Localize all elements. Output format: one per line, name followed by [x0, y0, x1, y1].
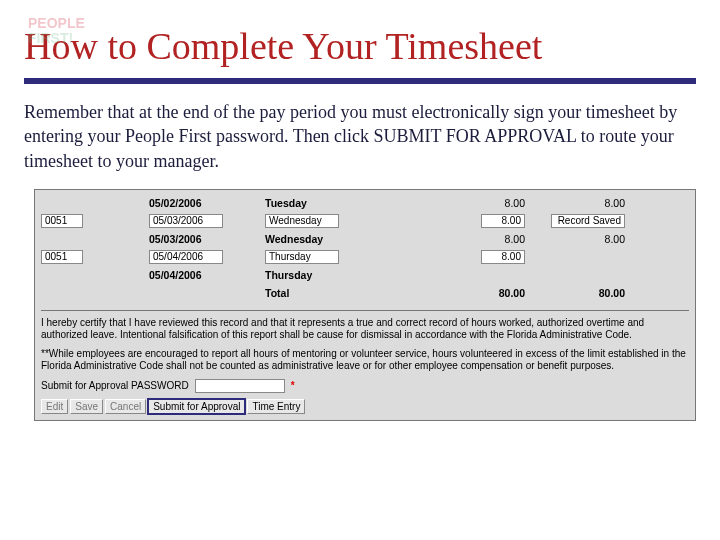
hours-input[interactable]: 8.00 — [481, 214, 525, 228]
hours-col1: 8.00 — [375, 233, 535, 245]
submit-for-approval-button[interactable]: Submit for Approval — [148, 399, 245, 414]
date-label: 05/04/2006 — [149, 269, 249, 281]
total-col2: 80.00 — [535, 287, 625, 299]
slide: How to Complete Your Timesheet Remember … — [0, 0, 720, 173]
password-row: Submit for Approval PASSWORD * — [41, 379, 689, 393]
code-input[interactable]: 0051 — [41, 250, 83, 264]
status-text: Record Saved — [551, 214, 625, 228]
time-entry-button[interactable]: Time Entry — [247, 399, 305, 414]
day-input[interactable]: Thursday — [265, 250, 339, 264]
code-input[interactable]: 0051 — [41, 214, 83, 228]
entry-row: 0051 05/03/2006 Wednesday 8.00 Record Sa… — [41, 212, 689, 230]
entry-row: 0051 05/04/2006 Thursday 8.00 — [41, 248, 689, 266]
body-paragraph: Remember that at the end of the pay peri… — [24, 100, 696, 173]
day-label: Wednesday — [265, 233, 375, 245]
save-button[interactable]: Save — [70, 399, 103, 414]
total-col1: 80.00 — [375, 287, 535, 299]
password-input[interactable] — [195, 379, 285, 393]
day-label: Thursday — [265, 269, 375, 281]
certification-text-2: **While employees are encouraged to repo… — [41, 348, 689, 373]
hours-input[interactable]: 8.00 — [481, 250, 525, 264]
date-label: 05/02/2006 — [149, 197, 249, 209]
timesheet-grid: 05/02/2006 Tuesday 8.00 8.00 0051 05/03/… — [41, 194, 689, 302]
day-label: Tuesday — [265, 197, 375, 209]
page-title: How to Complete Your Timesheet — [24, 24, 696, 68]
date-input[interactable]: 05/04/2006 — [149, 250, 223, 264]
date-input[interactable]: 05/03/2006 — [149, 214, 223, 228]
total-label: Total — [265, 287, 375, 299]
cancel-button[interactable]: Cancel — [105, 399, 146, 414]
day-input[interactable]: Wednesday — [265, 214, 339, 228]
title-rule — [24, 78, 696, 84]
certification-block: I hereby certify that I have reviewed th… — [41, 310, 689, 373]
button-bar: Edit Save Cancel Submit for Approval Tim… — [41, 399, 689, 414]
edit-button[interactable]: Edit — [41, 399, 68, 414]
date-label: 05/03/2006 — [149, 233, 249, 245]
summary-row: 05/02/2006 Tuesday 8.00 8.00 — [41, 194, 689, 212]
required-asterisk: * — [291, 380, 295, 391]
timesheet-screenshot: 05/02/2006 Tuesday 8.00 8.00 0051 05/03/… — [34, 189, 696, 421]
certification-text-1: I hereby certify that I have reviewed th… — [41, 317, 689, 342]
hours-col2: 8.00 — [535, 233, 625, 245]
hours-col2: 8.00 — [535, 197, 625, 209]
total-row: Total 80.00 80.00 — [41, 284, 689, 302]
password-label: Submit for Approval PASSWORD — [41, 380, 189, 391]
summary-row: 05/04/2006 Thursday — [41, 266, 689, 284]
summary-row: 05/03/2006 Wednesday 8.00 8.00 — [41, 230, 689, 248]
hours-col1: 8.00 — [375, 197, 535, 209]
